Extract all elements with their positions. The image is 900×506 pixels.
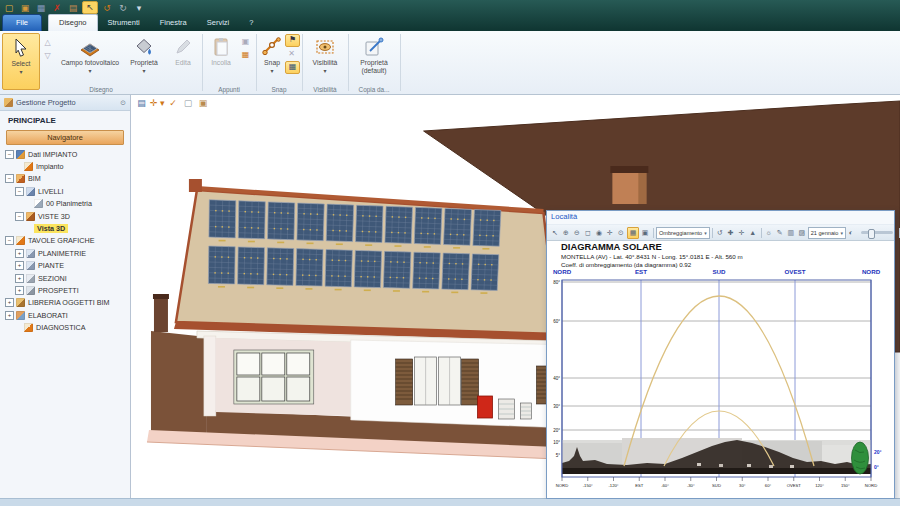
save-icon[interactable]: ▦ — [34, 2, 48, 14]
undo-icon[interactable]: ↺ — [100, 2, 114, 14]
tree-marker[interactable] — [852, 442, 869, 474]
tree-item-sezioni[interactable]: +SEZIONI — [0, 272, 130, 284]
tree-item-label: Dati IMPIANTO — [28, 150, 77, 159]
arrow-down-icon[interactable]: ▽ — [41, 50, 54, 62]
tree-item-label: SEZIONI — [38, 274, 67, 283]
snap-3d-icon[interactable]: ✛ ▾ — [150, 97, 165, 110]
redo-icon[interactable]: ↻ — [116, 2, 130, 14]
expand-icon[interactable]: + — [15, 261, 24, 270]
date-dropdown[interactable]: 21 gennaio▾ — [808, 227, 846, 239]
proprieta-dropdown-arrow[interactable]: ▾ — [142, 67, 145, 74]
visibilita-dropdown-arrow[interactable]: ▾ — [323, 67, 326, 74]
toolbar-options-icon[interactable]: ▾ — [132, 2, 146, 14]
hatch-icon[interactable]: ▨ — [797, 227, 807, 238]
sun-icon[interactable]: ☼ — [764, 227, 774, 238]
copy-properties-icon[interactable]: ▣ — [197, 97, 210, 110]
tab-strumenti[interactable]: Strumenti — [98, 15, 150, 31]
move-all-icon[interactable]: ✛ — [737, 227, 747, 238]
proprieta-button[interactable]: Proprietà ▾ — [124, 33, 164, 74]
tree-item-label: LIBRERIA OGGETTI BIM — [28, 298, 109, 307]
shading-mode-dropdown[interactable]: Ombreggiamento▾ — [656, 227, 710, 239]
snap-angle-toggle[interactable]: ✕ — [285, 48, 298, 60]
expand-icon[interactable]: + — [15, 274, 24, 283]
transparency-slider[interactable] — [861, 231, 893, 234]
svg-text:60°: 60° — [765, 483, 772, 488]
collapse-icon[interactable]: − — [5, 174, 14, 183]
tree-item-diagnostica[interactable]: DIAGNOSTICA — [0, 321, 130, 333]
pin-icon[interactable]: ⊙ — [120, 99, 126, 107]
pan-icon[interactable]: ✛ — [605, 227, 615, 238]
select-tool-icon[interactable]: ↖ — [82, 1, 98, 14]
tree-item-piante[interactable]: +PIANTE — [0, 260, 130, 272]
select-dropdown-arrow[interactable]: ▾ — [19, 68, 22, 75]
selection-mode-icon[interactable]: ▢ — [182, 97, 195, 110]
campo-dropdown-arrow[interactable]: ▾ — [88, 67, 91, 74]
snap-dropdown-arrow[interactable]: ▾ — [270, 67, 273, 74]
svg-text:NORD: NORD — [556, 483, 568, 488]
layer-manager-icon[interactable]: ▤ — [135, 97, 148, 110]
apply-icon[interactable]: ✓ — [167, 97, 180, 110]
north-arrow-icon[interactable]: ▲ — [748, 227, 758, 238]
tree-item-impianto[interactable]: Impianto — [0, 160, 130, 172]
zoom-in-icon[interactable]: ⊕ — [561, 227, 571, 238]
tree-item-elaborati[interactable]: +ELABORATI — [0, 309, 130, 321]
camera-icon[interactable]: ▣ — [640, 227, 650, 238]
snap-button[interactable]: Snap ▾ — [259, 33, 285, 74]
tree-item-viste-3d[interactable]: −VISTE 3D — [0, 210, 130, 222]
shading-view-icon[interactable]: ▦ — [627, 227, 639, 239]
orbit-icon[interactable]: ⊙ — [616, 227, 626, 238]
tree-item-bim[interactable]: −BIM — [0, 173, 130, 185]
localita-window[interactable]: Località ↖⊕⊖◻◉✛⊙▦▣Ombreggiamento▾↺✚✛▲☼✎▥… — [546, 210, 895, 499]
edit-profile-icon[interactable]: ✎ — [775, 227, 785, 238]
snap-cursor-toggle[interactable]: ⚑ — [285, 34, 300, 47]
tab-servizi[interactable]: Servizi — [197, 15, 240, 31]
collapse-icon[interactable]: − — [5, 150, 14, 159]
expand-icon[interactable]: + — [5, 298, 14, 307]
proprieta-default-button[interactable]: Proprietà(default) — [351, 33, 397, 76]
tree-item-00-planimetria[interactable]: 00 Planimetria — [0, 198, 130, 210]
tab-disegno[interactable]: Disegno — [48, 14, 98, 31]
svg-text:20°: 20° — [874, 449, 882, 455]
visibilita-button[interactable]: Visibilità ▾ — [305, 33, 345, 74]
compass-label-nord-4: NORD — [862, 268, 880, 275]
toolbar-separator — [761, 228, 762, 238]
photo-strip-icon[interactable]: ▥ — [786, 227, 796, 238]
tree-item-livelli[interactable]: −LIVELLI — [0, 185, 130, 197]
tab-[interactable]: ? — [239, 15, 263, 31]
tab-finestra[interactable]: Finestra — [150, 15, 197, 31]
slider-thumb[interactable] — [868, 229, 875, 239]
campo-fotovoltaico-button[interactable]: Campo fotovoltaico ▾ — [58, 33, 122, 74]
move-icon[interactable]: ✚ — [726, 227, 736, 238]
tree-item-tavole-grafiche[interactable]: −TAVOLE GRAFICHE — [0, 235, 130, 247]
expand-icon[interactable]: + — [15, 249, 24, 258]
localita-window-title[interactable]: Località — [547, 211, 894, 224]
select-button[interactable]: Select ▾ — [2, 33, 40, 90]
svg-text:0°: 0° — [874, 464, 879, 470]
new-icon[interactable]: ▢ — [2, 2, 16, 14]
tree-item-vista-3d[interactable]: Vista 3D — [0, 222, 130, 234]
navigator-header[interactable]: Navigatore — [6, 130, 124, 145]
print-icon[interactable]: ▤ — [66, 2, 80, 14]
rotate-icon[interactable]: ↺ — [715, 227, 725, 238]
zoom-window-icon[interactable]: ◻ — [583, 227, 593, 238]
collapse-icon[interactable]: − — [5, 236, 14, 245]
tree-item-dati-impianto[interactable]: −Dati IMPIANTO — [0, 148, 130, 160]
delete-icon[interactable]: ✗ — [50, 2, 64, 14]
arrow-up-icon[interactable]: △ — [41, 37, 54, 49]
tab-file[interactable]: File — [2, 14, 42, 31]
zoom-out-icon[interactable]: ⊖ — [572, 227, 582, 238]
expand-icon[interactable]: + — [5, 311, 14, 320]
collapse-icon[interactable]: − — [15, 212, 24, 221]
tree-item-planimetrie[interactable]: +PLANIMETRIE — [0, 247, 130, 259]
tree-item-libreria-oggetti-bim[interactable]: +LIBRERIA OGGETTI BIM — [0, 297, 130, 309]
collapse-icon[interactable]: − — [15, 187, 24, 196]
paste-special-icon[interactable]: ▦ — [239, 49, 252, 61]
brightness-icon[interactable]: ◐ — [846, 227, 856, 238]
open-icon[interactable]: ▣ — [18, 2, 32, 14]
snap-grid-toggle[interactable]: ▦ — [285, 61, 300, 74]
pointer-icon[interactable]: ↖ — [550, 227, 560, 238]
viewport-3d[interactable]: ▤✛ ▾✓▢▣ — [131, 95, 900, 499]
tree-item-prospetti[interactable]: +PROSPETTI — [0, 284, 130, 296]
zoom-extents-icon[interactable]: ◉ — [594, 227, 604, 238]
expand-icon[interactable]: + — [15, 286, 24, 295]
